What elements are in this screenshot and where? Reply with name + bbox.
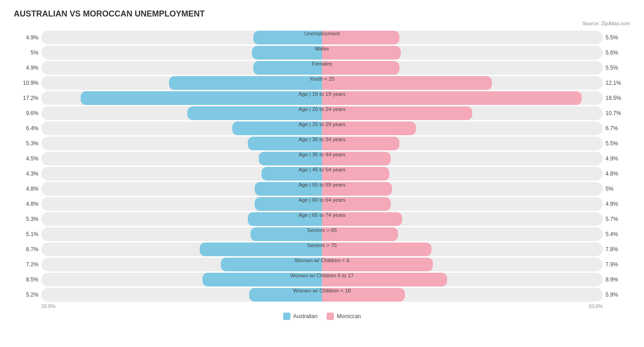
- australian-value: 4.9%: [14, 65, 41, 71]
- moroccan-bar: [322, 91, 582, 105]
- moroccan-value: 5.7%: [603, 216, 630, 222]
- legend-moroccan-label: Moroccan: [337, 313, 361, 319]
- moroccan-bar: [322, 137, 399, 150]
- australian-value: 9.6%: [14, 110, 41, 116]
- moroccan-bar: [322, 152, 391, 165]
- australian-bar: [248, 137, 322, 150]
- australian-value: 6.4%: [14, 125, 41, 132]
- moroccan-bar: [322, 121, 416, 135]
- moroccan-bar: [322, 106, 472, 120]
- australian-value: 8.7%: [14, 246, 41, 253]
- bars-wrap: Age | 16 to 19 years: [41, 91, 603, 105]
- bars-wrap: Age | 65 to 74 years: [41, 212, 603, 226]
- chart-area: 4.9%Unemployment5.5%5%Males5.6%4.9%Femal…: [14, 31, 630, 302]
- moroccan-bar: [322, 61, 399, 75]
- moroccan-value: 7.9%: [603, 261, 630, 268]
- australian-bar: [255, 182, 322, 196]
- australian-value: 4.3%: [14, 171, 41, 177]
- chart-row: 5.2%Women w/ Children < 185.9%: [14, 288, 630, 302]
- bars-wrap: Age | 55 to 59 years: [41, 182, 603, 196]
- bars-wrap: Women w/ Children < 6: [41, 258, 603, 271]
- australian-value: 4.8%: [14, 186, 41, 192]
- axis-left-label: 20.0%: [41, 303, 55, 309]
- australian-value: 17.2%: [14, 95, 41, 101]
- moroccan-bar: [322, 46, 401, 60]
- chart-row: 4.8%Age | 60 to 64 years4.9%: [14, 197, 630, 211]
- bars-wrap: Youth < 25: [41, 76, 603, 90]
- bars-wrap: Age | 60 to 64 years: [41, 197, 603, 211]
- axis-right-label: 20.0%: [589, 303, 603, 309]
- moroccan-bar: [322, 258, 433, 271]
- bars-wrap: Age | 30 to 34 years: [41, 137, 603, 150]
- chart-title: AUSTRALIAN VS MOROCCAN UNEMPLOYMENT: [14, 9, 630, 19]
- australian-bar: [232, 121, 322, 135]
- australian-value: 5%: [14, 50, 41, 56]
- australian-bar: [202, 273, 322, 286]
- australian-value: 4.5%: [14, 155, 41, 162]
- australian-bar: [251, 227, 322, 241]
- australian-value: 5.1%: [14, 231, 41, 237]
- australian-bar: [262, 167, 322, 181]
- chart-row: 17.2%Age | 16 to 19 years18.5%: [14, 91, 630, 105]
- moroccan-bar: [322, 212, 402, 226]
- legend-moroccan: Moroccan: [327, 313, 361, 320]
- bars-wrap: Males: [41, 46, 603, 60]
- chart-row: 6.4%Age | 25 to 29 years6.7%: [14, 121, 630, 135]
- chart-row: 8.7%Seniors > 757.8%: [14, 242, 630, 256]
- australian-bar: [259, 152, 322, 165]
- moroccan-value: 8.9%: [603, 276, 630, 283]
- moroccan-bar: [322, 273, 447, 286]
- chart-row: 5.3%Age | 30 to 34 years5.5%: [14, 137, 630, 150]
- moroccan-swatch: [327, 313, 334, 320]
- australian-bar: [253, 61, 322, 75]
- chart-row: 8.5%Women w/ Children 6 to 178.9%: [14, 273, 630, 286]
- australian-bar: [249, 288, 322, 302]
- moroccan-bar: [322, 242, 431, 256]
- moroccan-bar: [322, 167, 389, 181]
- australian-bar: [200, 242, 322, 256]
- legend-australian: Australian: [283, 313, 317, 320]
- bars-wrap: Age | 45 to 54 years: [41, 167, 603, 181]
- moroccan-value: 5.5%: [603, 65, 630, 71]
- australian-swatch: [283, 313, 290, 320]
- moroccan-value: 5.5%: [603, 140, 630, 147]
- moroccan-value: 4.9%: [603, 155, 630, 162]
- moroccan-value: 5%: [603, 186, 630, 192]
- moroccan-value: 4.9%: [603, 201, 630, 207]
- australian-value: 7.2%: [14, 261, 41, 268]
- chart-row: 4.3%Age | 45 to 54 years4.8%: [14, 167, 630, 181]
- moroccan-value: 7.8%: [603, 246, 630, 253]
- source-label: Source: ZipAtlas.com: [14, 21, 630, 26]
- bars-wrap: Age | 20 to 24 years: [41, 106, 603, 120]
- australian-bar: [169, 76, 322, 90]
- moroccan-value: 6.7%: [603, 125, 630, 132]
- moroccan-bar: [322, 197, 391, 211]
- australian-value: 10.9%: [14, 80, 41, 86]
- australian-value: 4.9%: [14, 34, 41, 41]
- chart-row: 10.9%Youth < 2512.1%: [14, 76, 630, 90]
- moroccan-value: 18.5%: [603, 95, 630, 101]
- chart-row: 5.1%Seniors > 655.4%: [14, 227, 630, 241]
- australian-bar: [248, 212, 322, 226]
- australian-value: 5.3%: [14, 140, 41, 147]
- australian-bar: [252, 46, 322, 60]
- australian-bar: [255, 197, 322, 211]
- chart-row: 9.6%Age | 20 to 24 years10.7%: [14, 106, 630, 120]
- moroccan-bar: [322, 182, 392, 196]
- chart-row: 7.2%Women w/ Children < 67.9%: [14, 258, 630, 271]
- legend-australian-label: Australian: [293, 313, 317, 319]
- australian-value: 5.2%: [14, 292, 41, 298]
- chart-row: 5.3%Age | 65 to 74 years5.7%: [14, 212, 630, 226]
- chart-row: 4.8%Age | 55 to 59 years5%: [14, 182, 630, 196]
- moroccan-bar: [322, 288, 405, 302]
- bars-wrap: Age | 35 to 44 years: [41, 152, 603, 165]
- legend: Australian Moroccan: [14, 313, 630, 320]
- bars-wrap: Women w/ Children < 18: [41, 288, 603, 302]
- axis-row: 20.0% 20.0%: [14, 303, 630, 309]
- moroccan-value: 5.5%: [603, 34, 630, 41]
- bars-wrap: Age | 25 to 29 years: [41, 121, 603, 135]
- australian-bar: [221, 258, 322, 271]
- moroccan-value: 5.6%: [603, 50, 630, 56]
- bars-wrap: Seniors > 75: [41, 242, 603, 256]
- australian-bar: [187, 106, 322, 120]
